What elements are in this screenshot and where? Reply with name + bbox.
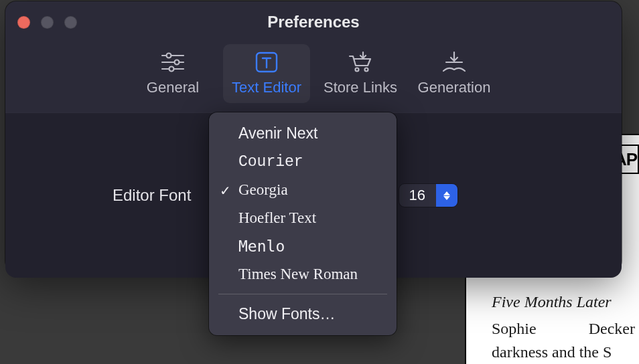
titlebar: Preferences [5,1,622,31]
sliders-icon [159,50,186,75]
font-size-field[interactable]: 16 [399,183,457,207]
svg-point-7 [356,68,359,72]
preferences-toolbar: General Text Editor Store Links [5,31,622,113]
background-body-fragment: Sophie Decker darkness and the S [492,320,635,361]
font-option-avenir-next[interactable]: Avenir Next [209,119,397,148]
svg-point-3 [175,60,180,65]
font-option-menlo[interactable]: Menlo [209,232,397,260]
tab-label: Text Editor [232,79,301,96]
book-download-icon [439,50,469,75]
stepper-arrows-icon [443,191,450,200]
window-title: Preferences [5,13,622,31]
font-dropdown-menu: Avenir Next Courier Georgia Hoefler Text… [209,112,397,335]
window-controls [17,16,77,29]
tab-store-links[interactable]: Store Links [317,44,404,103]
cart-icon [346,50,374,75]
font-option-times-new-roman[interactable]: Times New Roman [209,260,397,288]
editor-font-label: Editor Font [113,186,191,205]
menu-separator [218,294,387,294]
tab-generation[interactable]: Generation [411,44,498,103]
close-button[interactable] [17,16,30,29]
tab-general[interactable]: General [129,44,216,103]
background-text: Five Months Later Sophie Decker darkness… [492,284,639,364]
show-fonts-item[interactable]: Show Fonts… [209,300,397,329]
preferences-window: Preferences General Text Editor [5,1,622,272]
background-scene-heading: Five Months Later [492,290,635,314]
font-option-courier[interactable]: Courier [209,148,397,176]
svg-point-8 [365,68,368,72]
svg-point-1 [167,54,171,58]
font-size-stepper[interactable] [436,183,457,207]
tab-text-editor[interactable]: Text Editor [223,44,310,103]
tab-label: Store Links [324,79,397,96]
text-icon [253,50,280,75]
minimize-button[interactable] [41,16,54,29]
svg-point-5 [169,67,174,72]
zoom-button[interactable] [64,16,77,29]
font-option-hoefler-text[interactable]: Hoefler Text [209,204,397,232]
font-size-value: 16 [399,187,435,204]
tab-label: Generation [418,79,491,96]
font-option-georgia[interactable]: Georgia [209,176,397,204]
tab-label: General [147,79,199,96]
